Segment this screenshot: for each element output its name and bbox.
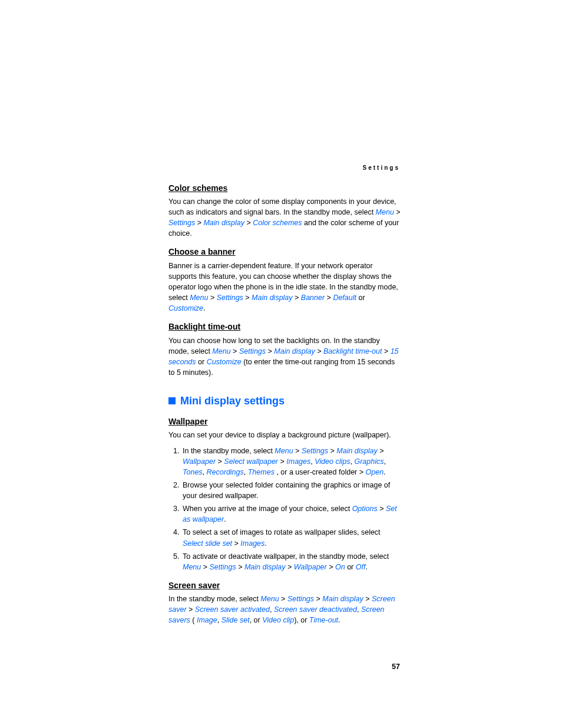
menu-path-term: Banner	[301, 294, 325, 302]
content-column: Settings Color schemes You can change th…	[168, 164, 401, 672]
text: In the standby mode, select	[183, 447, 275, 455]
text: , or	[250, 616, 263, 624]
menu-path-term: Image	[197, 616, 217, 624]
heading-backlight-timeout: Backlight time-out	[168, 321, 401, 332]
heading-choose-banner: Choose a banner	[168, 246, 401, 258]
menu-path-term: Settings	[302, 447, 328, 455]
menu-path-term: Images	[286, 457, 310, 466]
menu-path-term: Wallpaper	[183, 457, 216, 466]
text: ,	[203, 468, 207, 476]
separator: >	[208, 294, 216, 302]
text: You can change the color of some display…	[168, 197, 396, 216]
menu-path-term: Settings	[217, 294, 243, 302]
menu-path-term: Main display	[203, 219, 244, 227]
separator: >	[327, 563, 335, 571]
menu-path-term: Menu	[212, 347, 230, 355]
menu-path-term: Default	[333, 294, 356, 302]
separator: >	[231, 347, 239, 355]
menu-path-term: Menu	[376, 208, 394, 216]
separator: >	[201, 563, 209, 571]
page: Settings Color schemes You can change th…	[0, 0, 562, 728]
menu-path-term: Tones	[183, 468, 203, 476]
menu-path-term: Backlight time-out	[323, 347, 382, 355]
square-bullet-icon	[168, 397, 176, 404]
menu-path-term: Menu	[183, 563, 201, 571]
menu-path-term: Recordings	[207, 468, 244, 476]
text: or	[358, 294, 365, 302]
separator: >	[244, 219, 253, 227]
menu-path-term: Main display	[252, 294, 292, 302]
menu-path-term: Select wallpaper	[224, 457, 278, 466]
menu-path-term: Menu	[275, 447, 293, 455]
separator: >	[378, 447, 384, 455]
menu-path-term: Settings	[168, 219, 195, 227]
paragraph: You can change the color of some display…	[168, 196, 401, 239]
menu-path-term: Options	[352, 505, 378, 513]
ordered-list: In the standby mode, select Menu > Setti…	[168, 446, 401, 572]
separator: >	[325, 294, 333, 302]
separator: >	[378, 505, 386, 513]
text: or	[198, 358, 207, 366]
text: In the standby mode, select	[168, 595, 260, 603]
text: ,	[270, 605, 274, 614]
menu-path-term: Slide set	[222, 616, 250, 624]
text: ,	[244, 468, 248, 476]
list-item: When you arrive at the image of your cho…	[181, 503, 401, 525]
page-number: 57	[168, 661, 400, 672]
separator: >	[328, 447, 336, 455]
separator: >	[293, 294, 301, 302]
menu-path-term: Themes	[248, 468, 275, 476]
text: or	[347, 563, 356, 571]
text: ,	[217, 616, 222, 624]
menu-path-term: Main display	[336, 447, 377, 455]
menu-path-term: Screen saver activated	[195, 605, 270, 614]
text: .	[338, 616, 340, 624]
heading-wallpaper: Wallpaper	[168, 416, 401, 427]
separator: >	[293, 447, 302, 455]
list-item: Browse your selected folder containing t…	[181, 480, 401, 501]
menu-path-term: On	[335, 563, 345, 571]
heading-text: Mini display settings	[180, 393, 285, 409]
separator: >	[243, 294, 252, 302]
separator: >	[279, 595, 287, 603]
menu-path-term: Color schemes	[253, 219, 302, 227]
heading-mini-display-settings: Mini display settings	[168, 393, 401, 409]
separator: >	[394, 208, 401, 216]
menu-path-term: Customize	[168, 304, 203, 312]
text: .	[384, 468, 385, 476]
separator: >	[278, 457, 286, 466]
running-header: Settings	[168, 164, 400, 173]
text: .	[203, 304, 205, 312]
separator: >	[195, 219, 203, 227]
menu-path-term: Settings	[287, 595, 314, 603]
separator: >	[314, 595, 322, 603]
text: ,	[357, 605, 361, 614]
menu-path-term: Images	[240, 539, 265, 548]
list-item: To activate or deactivate wallpaper, in …	[181, 551, 401, 572]
separator: >	[285, 563, 293, 571]
menu-path-term: Time-out	[309, 616, 338, 624]
paragraph: Banner is a carrier-dependent feature. I…	[168, 261, 401, 314]
paragraph: You can set your device to display a bac…	[168, 430, 401, 440]
menu-path-term: Main display	[244, 563, 285, 571]
menu-path-term: Video clip	[262, 616, 294, 624]
menu-path-term: Off	[356, 563, 366, 571]
separator: >	[236, 563, 244, 571]
heading-screen-saver: Screen saver	[168, 579, 401, 591]
menu-path-term: Wallpaper	[294, 563, 327, 571]
menu-path-term: Screen saver deactivated	[274, 605, 357, 614]
menu-path-term: Menu	[190, 294, 208, 302]
paragraph: You can choose how long to set the backl…	[168, 335, 401, 378]
menu-path-term: Select slide set	[183, 539, 232, 548]
text: ,	[384, 457, 385, 466]
text: .	[365, 563, 367, 571]
separator: >	[382, 347, 390, 355]
menu-path-term: Customize	[207, 358, 242, 366]
text: To activate or deactivate wallpaper, in …	[183, 552, 389, 561]
separator: >	[187, 605, 195, 614]
menu-path-term: Settings	[239, 347, 266, 355]
text: ), or	[294, 616, 309, 624]
text: To select a set of images to rotate as w…	[183, 528, 381, 536]
menu-path-term: Main display	[274, 347, 315, 355]
text: (	[192, 616, 194, 624]
